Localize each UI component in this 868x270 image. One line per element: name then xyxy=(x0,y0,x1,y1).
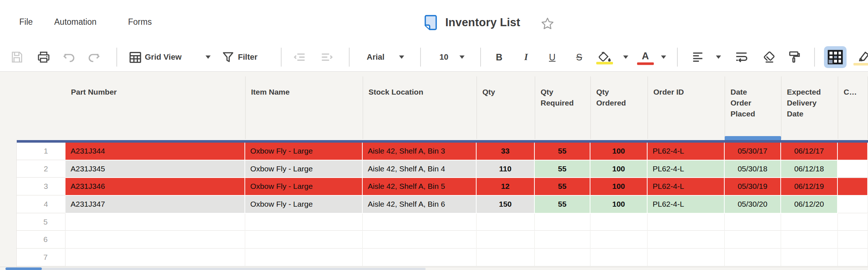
row-number-header[interactable] xyxy=(17,76,65,139)
empty-cell[interactable] xyxy=(725,249,781,266)
column-header[interactable]: Order ID xyxy=(648,76,725,139)
empty-cell[interactable] xyxy=(65,249,245,266)
cell-qty-required[interactable]: 55 xyxy=(535,178,590,195)
empty-cell[interactable] xyxy=(65,214,245,231)
empty-cell[interactable] xyxy=(590,249,648,266)
format-painter-button[interactable] xyxy=(787,50,801,64)
column-header[interactable]: Date Order Placed xyxy=(725,76,781,139)
font-size-caret[interactable] xyxy=(459,56,465,59)
cell-qty-ordered[interactable]: 100 xyxy=(590,178,648,195)
view-caret[interactable] xyxy=(206,56,211,59)
cell-stock-location[interactable]: Aisle 42, Shelf A, Bin 4 xyxy=(363,160,477,178)
italic-button[interactable]: I xyxy=(524,52,528,62)
row-number[interactable]: 7 xyxy=(17,249,65,266)
cell-date-order-placed[interactable]: 05/30/19 xyxy=(725,178,781,195)
empty-cell[interactable] xyxy=(648,249,725,266)
cell-item-name[interactable]: Oxbow Fly - Large xyxy=(245,143,363,160)
cell-stock-location[interactable]: Aisle 42, Shelf A, Bin 3 xyxy=(363,143,477,160)
underline-button[interactable]: U xyxy=(549,52,556,63)
cell-qty-required[interactable]: 55 xyxy=(535,196,590,213)
cell-date-order-placed[interactable]: 05/30/20 xyxy=(725,196,781,213)
cell-qty-ordered[interactable]: 100 xyxy=(590,143,648,160)
empty-cell[interactable] xyxy=(477,249,535,266)
favorite-star-icon[interactable] xyxy=(541,17,554,32)
print-button[interactable] xyxy=(37,50,51,64)
column-header[interactable]: Part Number xyxy=(65,76,245,139)
wrap-text-button[interactable] xyxy=(734,50,748,64)
empty-cell[interactable] xyxy=(838,214,868,231)
undo-button[interactable] xyxy=(62,50,76,64)
empty-cell[interactable] xyxy=(725,214,781,231)
cell-item-name[interactable]: Oxbow Fly - Large xyxy=(245,196,363,213)
cell-part-number[interactable]: A231J345 xyxy=(65,160,245,178)
cell-stock-location[interactable]: Aisle 42, Shelf A, Bin 6 xyxy=(363,196,477,213)
cell-qty-ordered[interactable]: 100 xyxy=(590,196,648,213)
empty-cell[interactable] xyxy=(363,231,477,249)
row-number[interactable]: 6 xyxy=(17,231,65,249)
menu-forms[interactable]: Forms xyxy=(128,17,152,27)
view-switcher-label[interactable]: Grid View xyxy=(145,52,182,62)
empty-cell[interactable] xyxy=(477,231,535,249)
column-header[interactable]: Qty xyxy=(477,76,535,139)
font-family-select[interactable]: Arial xyxy=(367,52,385,62)
empty-cell[interactable] xyxy=(725,231,781,249)
empty-cell[interactable] xyxy=(781,231,838,249)
align-caret[interactable] xyxy=(716,56,721,59)
toggle-gridlines-button[interactable] xyxy=(824,46,847,68)
cell-qty[interactable]: 12 xyxy=(477,178,535,195)
empty-cell[interactable] xyxy=(535,249,590,266)
font-color-caret[interactable] xyxy=(661,56,666,59)
cell-part-number[interactable]: A231J346 xyxy=(65,178,245,195)
cell-order-id[interactable]: PL62-4-L xyxy=(648,143,725,160)
empty-cell[interactable] xyxy=(363,214,477,231)
empty-cell[interactable] xyxy=(363,249,477,266)
horizontal-scrollbar-track[interactable] xyxy=(5,268,426,270)
row-number[interactable]: 1 xyxy=(17,143,65,160)
align-button[interactable] xyxy=(691,50,705,64)
empty-cell[interactable] xyxy=(535,231,590,249)
cell-comments[interactable] xyxy=(838,160,868,178)
empty-cell[interactable] xyxy=(477,214,535,231)
cell-order-id[interactable]: PL62-4-L xyxy=(648,178,725,195)
cell-item-name[interactable]: Oxbow Fly - Large xyxy=(245,160,363,178)
cell-comments[interactable] xyxy=(838,143,868,160)
row-number[interactable]: 4 xyxy=(17,196,65,213)
empty-cell[interactable] xyxy=(245,231,363,249)
cell-expected-delivery[interactable]: 06/12/20 xyxy=(781,196,838,213)
empty-cell[interactable] xyxy=(245,214,363,231)
column-header[interactable]: Stock Location xyxy=(363,76,477,139)
cell-order-id[interactable]: PL62-4-L xyxy=(648,196,725,213)
strikethrough-button[interactable]: S xyxy=(576,52,582,63)
cell-stock-location[interactable]: Aisle 42, Shelf A, Bin 5 xyxy=(363,178,477,195)
font-family-caret[interactable] xyxy=(399,56,404,59)
cell-item-name[interactable]: Oxbow Fly - Large xyxy=(245,178,363,195)
empty-cell[interactable] xyxy=(648,231,725,249)
cell-qty-required[interactable]: 55 xyxy=(535,143,590,160)
cell-part-number[interactable]: A231J347 xyxy=(65,196,245,213)
highlight-changes-button[interactable] xyxy=(855,50,868,64)
bold-button[interactable]: B xyxy=(496,52,502,63)
cell-order-id[interactable]: PL62-4-L xyxy=(648,160,725,178)
cell-qty-ordered[interactable]: 100 xyxy=(590,160,648,178)
column-header[interactable]: Qty Ordered xyxy=(590,76,648,139)
outdent-button[interactable] xyxy=(292,50,307,64)
empty-cell[interactable] xyxy=(838,231,868,249)
column-header[interactable]: C… xyxy=(838,76,868,139)
cell-qty[interactable]: 150 xyxy=(477,196,535,213)
empty-cell[interactable] xyxy=(838,249,868,266)
save-button[interactable] xyxy=(10,51,23,64)
indent-button[interactable] xyxy=(319,50,334,64)
empty-cell[interactable] xyxy=(590,231,648,249)
font-size-select[interactable]: 10 xyxy=(439,52,448,62)
page-title[interactable]: Inventory List xyxy=(445,16,520,29)
cell-comments[interactable] xyxy=(838,178,868,195)
filter-button[interactable] xyxy=(222,51,235,64)
empty-cell[interactable] xyxy=(535,214,590,231)
cell-expected-delivery[interactable]: 06/12/17 xyxy=(781,143,838,160)
cell-qty[interactable]: 110 xyxy=(477,160,535,178)
cell-expected-delivery[interactable]: 06/12/19 xyxy=(781,178,838,195)
clear-format-button[interactable] xyxy=(763,50,776,64)
menu-file[interactable]: File xyxy=(19,17,33,27)
empty-cell[interactable] xyxy=(781,249,838,266)
row-number[interactable]: 2 xyxy=(17,160,65,178)
